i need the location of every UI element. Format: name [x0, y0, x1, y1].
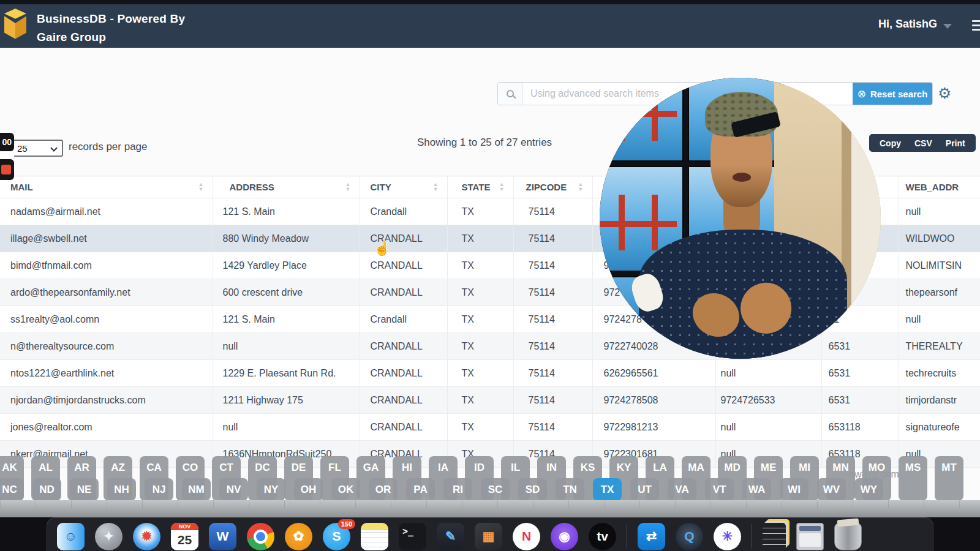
appletv-icon[interactable]: tv — [589, 523, 616, 550]
chrome-icon[interactable] — [247, 523, 274, 550]
cell-email: bimd@tfnmail.com — [0, 252, 213, 279]
cell-email: illage@swbell.net — [0, 225, 213, 252]
column-header[interactable]: CITY — [360, 176, 447, 198]
trash-icon[interactable] — [834, 523, 862, 550]
macos-dock: ☺ ✦ ✹ NOV 25 — [47, 517, 933, 551]
screen: BusinessDB - Powered By Gaire Group Hi, … — [0, 0, 980, 551]
state-button[interactable]: NM — [182, 478, 211, 501]
recorder-controls — [0, 159, 14, 180]
copy-button[interactable]: Copy — [873, 138, 908, 148]
chevron-down-icon[interactable] — [943, 24, 952, 29]
cell-web-address: THEREALTY — [899, 333, 980, 360]
state-button[interactable]: NE — [70, 478, 99, 501]
cell-web-address: thepearsonf — [899, 279, 980, 306]
state-button[interactable]: WY — [854, 478, 883, 501]
state-button[interactable]: MS — [899, 456, 927, 501]
cell-web-address: techrecruits — [899, 360, 980, 387]
cell-zipcode: 75114 — [513, 198, 592, 225]
sort-arrows-icon[interactable] — [345, 182, 351, 192]
state-button[interactable]: NC — [0, 478, 24, 501]
state-button[interactable]: WA — [742, 478, 771, 501]
column-header-label: ADDRESS — [230, 182, 274, 192]
cell-email: n@therealtysource.com — [0, 333, 213, 360]
state-button[interactable]: NJ — [145, 478, 173, 501]
window-thumb-icon[interactable] — [796, 523, 824, 550]
sort-arrows-icon[interactable] — [433, 182, 439, 192]
state-button[interactable]: SC — [481, 478, 510, 501]
table-row[interactable]: n@therealtysource.com null CRANDALL TX 7… — [0, 333, 980, 360]
column-header[interactable]: ADDRESS — [213, 176, 360, 198]
column-header[interactable]: STATE — [447, 176, 513, 198]
cell-email: njordan@timjordanstrucks.com — [0, 387, 213, 414]
user-menu[interactable]: Hi, SatishG — [878, 18, 937, 31]
cell-address: 121 S. Main — [213, 306, 360, 333]
state-button[interactable]: NV — [219, 478, 248, 501]
documents-stack-icon[interactable] — [763, 523, 786, 550]
sort-arrows-icon[interactable] — [198, 182, 204, 192]
table-row[interactable]: ntos1221@earthlink.net 1229 E. Plaesant … — [0, 360, 980, 387]
state-button[interactable]: OK — [331, 478, 360, 501]
cell-city: CRANDALL — [360, 387, 447, 414]
cell-zipcode: 75114 — [513, 387, 592, 414]
calendar-icon[interactable]: NOV 25 — [171, 523, 198, 550]
records-per-page-select[interactable]: 25 — [10, 140, 63, 157]
cell-address: 1211 Highway 175 — [213, 387, 360, 414]
terminal-icon[interactable]: >_ — [399, 523, 426, 550]
state-button[interactable]: VT — [705, 478, 734, 501]
state-button[interactable]: OR — [369, 478, 398, 501]
skype-icon[interactable]: 150 S — [323, 523, 350, 550]
column-header[interactable]: WEB_ADDR — [899, 176, 980, 198]
cell-state: TX — [447, 198, 513, 225]
state-button[interactable]: WV — [817, 478, 846, 501]
csv-button[interactable]: CSV — [908, 138, 939, 148]
state-button[interactable]: ND — [32, 478, 61, 501]
table-row[interactable]: njordan@timjordanstrucks.com 1211 Highwa… — [0, 387, 980, 414]
state-button[interactable]: VA — [668, 478, 696, 501]
notes-icon[interactable] — [361, 523, 388, 550]
flower-app-icon[interactable]: ✿ — [285, 523, 312, 550]
sort-arrows-icon[interactable] — [578, 182, 584, 192]
cell-state: TX — [447, 333, 513, 360]
state-button[interactable]: RI — [443, 478, 472, 501]
cell-web-address: NOLIMITSIN — [899, 252, 980, 279]
loom-icon[interactable]: ✳ — [714, 523, 741, 550]
safari-icon[interactable]: ✹ — [133, 523, 160, 550]
state-button[interactable]: NY — [257, 478, 285, 501]
select-caret-icon — [50, 144, 57, 151]
state-button[interactable]: TN — [556, 478, 584, 501]
state-button[interactable]: TX — [593, 478, 622, 501]
column-header[interactable]: MAIL — [0, 176, 213, 198]
table-row[interactable]: jones@realtor.com null CRANDALL TX 75114… — [0, 414, 980, 441]
gear-icon[interactable]: ⚙ — [938, 84, 951, 102]
state-button[interactable]: WI — [780, 478, 809, 501]
column-header-label: MAIL — [10, 182, 33, 192]
state-button[interactable]: UT — [630, 478, 659, 501]
column-header[interactable]: ZIPCODE — [513, 176, 592, 198]
launchpad-icon[interactable]: ✦ — [95, 523, 123, 550]
state-button[interactable]: NH — [107, 478, 136, 501]
cell-zipcode: 75114 — [513, 414, 592, 441]
quicktime-icon[interactable]: Q — [676, 523, 703, 550]
state-button[interactable]: OH — [294, 478, 323, 501]
state-button[interactable]: MT — [935, 456, 963, 501]
sort-arrows-icon[interactable] — [499, 182, 505, 192]
podcasts-icon[interactable]: ◉ — [551, 523, 578, 550]
teamviewer-icon[interactable]: ⇄ — [638, 523, 665, 550]
cell-address: null — [213, 414, 360, 441]
hamburger-menu-icon[interactable] — [972, 20, 980, 33]
mouse-cursor-hand-icon: ☝ — [374, 241, 390, 257]
reset-search-button[interactable]: ⊗ Reset search — [853, 83, 932, 105]
calculator-icon[interactable]: ▦ — [475, 523, 502, 550]
cell-web-address: timjordanstr — [899, 387, 980, 414]
print-button[interactable]: Print — [939, 138, 972, 148]
finder-icon[interactable]: ☺ — [57, 523, 85, 550]
keynote-icon[interactable]: ✎ — [437, 523, 464, 550]
state-button[interactable]: SD — [518, 478, 547, 501]
app-header: BusinessDB - Powered By Gaire Group Hi, … — [0, 4, 980, 48]
cell-address: 1429 Yardley Place — [213, 252, 360, 279]
app-title-line2: Gaire Group — [37, 28, 185, 47]
state-button[interactable]: PA — [406, 478, 435, 501]
stop-recording-button[interactable] — [1, 165, 11, 174]
word-icon[interactable]: W — [209, 523, 236, 550]
news-icon[interactable]: N — [513, 523, 540, 550]
